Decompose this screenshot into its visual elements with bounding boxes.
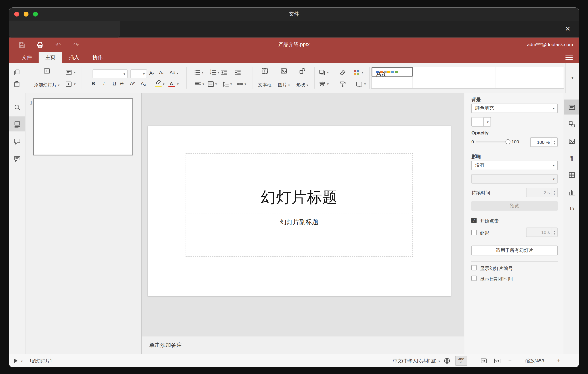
arrange-shape-icon[interactable] <box>318 68 326 77</box>
theme-option[interactable] <box>413 67 454 88</box>
effect-select[interactable]: 没有▾ <box>471 161 558 170</box>
chevron-down-icon[interactable]: ▾ <box>74 83 76 86</box>
subscript-button[interactable]: A₂ <box>139 80 147 87</box>
chevron-down-icon[interactable]: ▾ <box>364 83 366 86</box>
tab-home[interactable]: 主页 <box>39 52 62 63</box>
chevron-down-icon[interactable]: ▾ <box>177 83 179 86</box>
chart-settings-icon[interactable] <box>568 188 576 196</box>
preview-button[interactable]: 预览 <box>471 201 558 211</box>
superscript-button[interactable]: A² <box>128 80 136 87</box>
slide-settings-icon[interactable] <box>568 103 576 111</box>
chevron-down-icon[interactable]: ▾ <box>215 83 217 86</box>
start-slideshow-icon[interactable] <box>64 80 73 88</box>
subtitle-placeholder[interactable]: 幻灯片副标题 <box>186 215 413 257</box>
decrease-indent-icon[interactable] <box>220 68 228 77</box>
color-scheme-icon[interactable] <box>353 68 361 77</box>
chevron-down-icon[interactable]: ▾ <box>163 83 164 86</box>
chevron-down-icon[interactable]: ▾ <box>244 83 246 86</box>
align-shape-icon[interactable] <box>318 80 326 88</box>
theme-gallery-expand-button[interactable]: ▾ <box>566 63 579 93</box>
opacity-slider-handle[interactable] <box>505 139 511 144</box>
highlight-color-icon[interactable] <box>155 79 161 86</box>
language-selector[interactable]: 中文(中华人民共和国) <box>369 354 437 367</box>
tab-file[interactable]: 文件 <box>15 52 39 63</box>
globe-icon[interactable] <box>443 357 451 365</box>
apply-to-all-slides-button[interactable]: 适用于所有幻灯片 <box>471 246 558 255</box>
bullet-list-icon[interactable] <box>193 68 201 77</box>
slide[interactable]: 幻灯片标题 幻灯片副标题 <box>148 126 451 296</box>
palette-swatch <box>376 71 379 73</box>
background-fill-select[interactable]: 颜色填充▾ <box>471 104 558 113</box>
comments-icon[interactable] <box>13 137 21 146</box>
start-on-click-checkbox[interactable]: ✓ <box>471 218 477 223</box>
chevron-down-icon[interactable]: ▾ <box>361 71 363 74</box>
copy-icon[interactable] <box>13 68 21 77</box>
paragraph-settings-icon[interactable]: ¶ <box>568 154 576 162</box>
slides-panel-icon[interactable] <box>13 120 21 128</box>
slide-thumbnail[interactable] <box>33 99 133 155</box>
font-name-select[interactable]: ▾ <box>93 70 127 78</box>
duration-input[interactable]: 2 s ▴▾ <box>526 188 558 197</box>
spellcheck-button[interactable]: ABC ✓ <box>455 356 467 366</box>
slide-size-icon[interactable] <box>355 80 364 88</box>
add-slide-button[interactable]: 添加幻灯片 ▾ <box>31 66 63 90</box>
change-case-button[interactable]: Aa ▾ <box>169 70 178 77</box>
show-date-time-checkbox[interactable] <box>471 275 477 281</box>
delay-checkbox[interactable] <box>471 230 477 235</box>
background-color-picker[interactable]: ▾ <box>471 117 491 127</box>
opacity-slider-track[interactable] <box>476 142 508 142</box>
notes-area[interactable]: 单击添加备注 <box>142 336 464 354</box>
effect-variant-select[interactable]: ▾ <box>471 174 558 184</box>
chevron-down-icon[interactable]: ▾ <box>21 360 23 363</box>
strikethrough-button[interactable]: S <box>118 80 126 87</box>
fit-to-width-icon[interactable] <box>494 357 501 365</box>
chevron-down-icon[interactable]: ▾ <box>230 83 232 86</box>
insert-shape-button[interactable]: 形状 ▾ <box>293 66 311 90</box>
chat-icon[interactable] <box>13 155 21 163</box>
horizontal-align-icon[interactable] <box>194 80 202 88</box>
delay-input[interactable]: 10 s ▴▾ <box>526 228 558 237</box>
italic-button[interactable]: I <box>100 80 108 87</box>
theme-option-selected[interactable]: Aa <box>371 67 413 77</box>
paste-icon[interactable] <box>13 80 21 88</box>
vertical-align-icon[interactable] <box>207 80 215 88</box>
image-settings-icon[interactable] <box>568 137 576 145</box>
slide-layout-icon[interactable] <box>64 68 73 77</box>
chevron-down-icon[interactable]: ▾ <box>327 71 329 74</box>
zoom-in-button[interactable]: + <box>556 354 562 367</box>
underline-button[interactable]: U <box>110 80 118 87</box>
shape-settings-icon[interactable] <box>568 120 576 128</box>
show-slide-number-checkbox[interactable] <box>471 265 477 270</box>
chevron-down-icon[interactable]: ▾ <box>327 83 329 86</box>
copy-style-icon[interactable] <box>339 80 347 88</box>
opacity-input[interactable]: 100 % ▴▾ <box>530 137 558 147</box>
search-icon[interactable] <box>13 103 21 112</box>
title-placeholder[interactable]: 幻灯片标题 <box>186 153 413 213</box>
textart-settings-icon[interactable]: Ta <box>568 205 576 212</box>
bold-button[interactable]: B <box>89 80 97 87</box>
chevron-down-icon[interactable]: ▾ <box>202 83 204 86</box>
decrement-font-size-button[interactable]: A▾ <box>159 70 164 77</box>
insert-textbox-button[interactable]: 文本框 <box>256 66 274 90</box>
tab-insert[interactable]: 插入 <box>62 52 86 63</box>
line-spacing-icon[interactable] <box>222 80 230 88</box>
increase-indent-icon[interactable] <box>234 68 242 77</box>
chevron-down-icon[interactable]: ▾ <box>74 71 76 74</box>
clear-style-icon[interactable] <box>339 68 347 77</box>
numbered-list-icon[interactable]: 123 <box>209 68 217 77</box>
chevron-down-icon[interactable]: ▾ <box>218 71 219 74</box>
close-icon[interactable]: ✕ <box>563 24 573 34</box>
increment-font-size-button[interactable]: A▴ <box>149 70 154 77</box>
start-slideshow-status-icon[interactable] <box>12 357 20 365</box>
chevron-down-icon[interactable]: ▾ <box>202 71 203 74</box>
tab-collaboration[interactable]: 协作 <box>86 52 109 63</box>
theme-option[interactable] <box>454 67 495 88</box>
table-settings-icon[interactable] <box>568 171 576 179</box>
insert-image-button[interactable]: 图片 ▾ <box>275 66 293 90</box>
font-size-select[interactable]: ▾ <box>130 70 147 78</box>
hamburger-menu-icon[interactable] <box>566 55 573 60</box>
chevron-down-icon[interactable]: ▾ <box>438 360 440 363</box>
columns-icon[interactable] <box>236 80 244 88</box>
zoom-out-button[interactable]: − <box>507 354 513 367</box>
fit-to-slide-icon[interactable] <box>480 357 488 365</box>
